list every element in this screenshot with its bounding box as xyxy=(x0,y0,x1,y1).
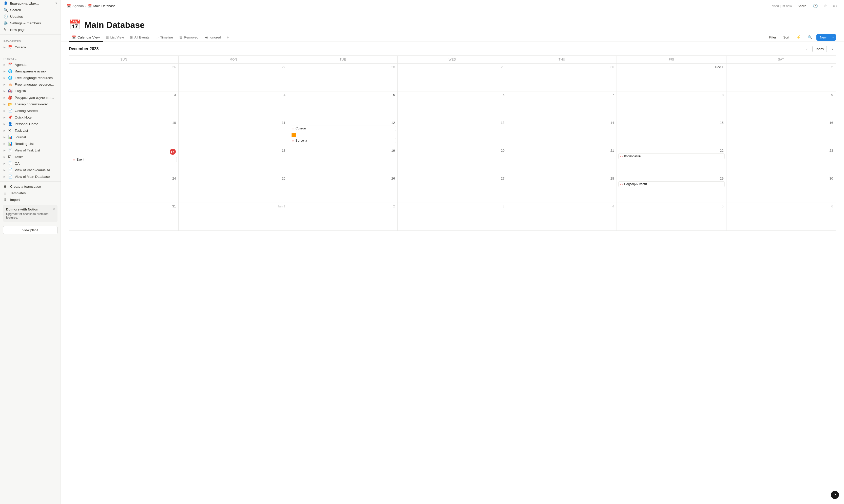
cal-cell-jan2[interactable]: 2 xyxy=(288,203,398,231)
cal-cell-dec30[interactable]: 30 xyxy=(726,175,836,203)
sidebar-item-view-task-list[interactable]: ▶ 📄 View of Task List xyxy=(0,147,60,154)
sidebar-search[interactable]: 🔍 Search xyxy=(0,6,60,13)
cal-cell-dec28[interactable]: 28 xyxy=(507,175,617,203)
cal-cell-dec22[interactable]: 22 ▭ Корпоратив xyxy=(617,147,726,175)
next-month-button[interactable]: › xyxy=(829,45,836,52)
chevron-icon: ▶ xyxy=(3,123,5,125)
cal-cell-dec19[interactable]: 19 xyxy=(288,147,398,175)
new-page-label: New page xyxy=(10,28,25,32)
new-button[interactable]: New ▾ xyxy=(816,34,836,41)
event-sozvon[interactable]: ▭ Созвон xyxy=(290,126,396,131)
sidebar-item-personal-home[interactable]: ▶ 👤 Personal Home xyxy=(0,121,60,127)
cal-cell-dec14[interactable]: 14 xyxy=(507,119,617,147)
tab-timeline[interactable]: ▭ Timeline xyxy=(152,33,176,42)
sidebar-item-free-lang2[interactable]: ▶ 🎂 Free language resource... xyxy=(0,81,60,88)
sidebar-item-agenda[interactable]: ▶ 📅 Agenda xyxy=(0,61,60,68)
cal-cell-dec1[interactable]: Dec 1 xyxy=(617,64,726,91)
cal-cell-dec15[interactable]: 15 xyxy=(617,119,726,147)
sidebar-item-getting-started[interactable]: ▶ 📄 Getting Started xyxy=(0,107,60,114)
cal-cell-dec23[interactable]: 23 xyxy=(726,147,836,175)
cal-cell-jan6[interactable]: 6 xyxy=(726,203,836,231)
event-vstrecha[interactable]: ▭ Встреча xyxy=(290,138,396,143)
sidebar-item-resursy[interactable]: ▶ 🎒 Ресурсы для изучения ... xyxy=(0,94,60,101)
sort-button[interactable]: Sort xyxy=(780,34,792,41)
cal-cell-dec21[interactable]: 21 xyxy=(507,147,617,175)
cal-cell-dec2[interactable]: 2 xyxy=(726,64,836,91)
cal-cell-dec12[interactable]: 12 ▭ Созвон 🟧 ▭ Встреча xyxy=(288,119,398,147)
sidebar-import[interactable]: ⬇ Import xyxy=(0,196,60,203)
cal-cell-dec26[interactable]: 26 xyxy=(288,175,398,203)
cal-cell-dec5[interactable]: 5 xyxy=(288,91,398,119)
today-button[interactable]: Today xyxy=(812,46,827,52)
help-button[interactable]: ? xyxy=(831,491,839,499)
cal-cell-nov27[interactable]: 27 xyxy=(179,64,288,91)
cal-cell-nov26[interactable]: 26 xyxy=(69,64,179,91)
cal-cell-dec16[interactable]: 16 xyxy=(726,119,836,147)
event-korporativ[interactable]: ▭ Корпоратив xyxy=(618,154,724,159)
cal-cell-dec29[interactable]: 29 ▭ Подводим итоги ... xyxy=(617,175,726,203)
prev-month-button[interactable]: ‹ xyxy=(803,45,810,52)
search-toolbar-button[interactable]: 🔍 xyxy=(805,34,815,41)
cal-cell-dec27[interactable]: 27 xyxy=(398,175,507,203)
automation-button[interactable]: ⚡ xyxy=(794,34,804,41)
sidebar-item-sozvon[interactable]: ▶ 📅 Созвон xyxy=(0,44,60,50)
event-podvodim[interactable]: ▭ Подводим итоги ... xyxy=(618,181,724,187)
cal-cell-dec4[interactable]: 4 xyxy=(179,91,288,119)
sidebar-item-journal[interactable]: ▶ 📊 Journal xyxy=(0,134,60,140)
sidebar-item-view-raspisanie[interactable]: ▶ 📄 View of Расписание за... xyxy=(0,167,60,173)
more-icon[interactable]: ••• xyxy=(831,3,838,9)
sidebar-item-free-lang[interactable]: ▶ 🌐 Free language resources xyxy=(0,74,60,81)
sidebar-item-english[interactable]: ▶ 🇬🇧 English xyxy=(0,88,60,94)
sidebar-new-page[interactable]: ✎ New page xyxy=(0,26,60,33)
sidebar-item-quick-note[interactable]: ▶ 📌 Quick Note xyxy=(0,114,60,121)
cal-cell-nov28[interactable]: 28 xyxy=(288,64,398,91)
event-event[interactable]: ▭ Event xyxy=(71,157,177,162)
breadcrumb-parent[interactable]: Agenda xyxy=(72,4,84,8)
cal-cell-dec11[interactable]: 11 xyxy=(179,119,288,147)
promote-close[interactable]: ✕ xyxy=(53,207,55,211)
new-button-arrow[interactable]: ▾ xyxy=(830,34,836,40)
cal-cell-jan1[interactable]: Jan 1 xyxy=(179,203,288,231)
cal-cell-dec17[interactable]: 17 ▭ Event xyxy=(69,147,179,175)
cal-cell-nov29[interactable]: 29 xyxy=(398,64,507,91)
add-view-button[interactable]: + xyxy=(224,34,231,41)
sidebar-item-task-list[interactable]: ▶ ✖ Task List xyxy=(0,127,60,134)
cal-cell-jan5[interactable]: 5 xyxy=(617,203,726,231)
history-icon[interactable]: 🕐 xyxy=(812,3,819,9)
tab-ignored[interactable]: ⏭ Ignored xyxy=(202,33,224,42)
sidebar-item-tasks[interactable]: ▶ ☑ Tasks xyxy=(0,154,60,160)
sidebar-item-reading-list[interactable]: ▶ 📊 Reading List xyxy=(0,140,60,147)
cal-cell-jan3[interactable]: 3 xyxy=(398,203,507,231)
cal-cell-dec20[interactable]: 20 xyxy=(398,147,507,175)
sidebar-item-treker[interactable]: ▶ 📂 Трекер прочитанного xyxy=(0,101,60,107)
sidebar-item-qa[interactable]: ▶ 📄 QA xyxy=(0,160,60,167)
sidebar-item-view-main-db[interactable]: ▶ 📄 View of Main Database xyxy=(0,173,60,180)
cal-cell-dec25[interactable]: 25 xyxy=(179,175,288,203)
view-plans-button[interactable]: View plans xyxy=(3,226,57,234)
tab-all-events[interactable]: ⊞ All Events xyxy=(127,33,152,42)
sidebar-templates[interactable]: ⊞ Templates xyxy=(0,190,60,196)
cal-cell-dec31[interactable]: 31 xyxy=(69,203,179,231)
sidebar-updates[interactable]: 🕐 Updates xyxy=(0,13,60,20)
cal-cell-dec3[interactable]: 3 xyxy=(69,91,179,119)
tab-removed[interactable]: 🗑 Removed xyxy=(176,33,202,42)
sidebar-create-teamspace[interactable]: ⊕ Create a teamspace xyxy=(0,183,60,190)
tab-calendar[interactable]: 📅 Calendar View xyxy=(69,33,103,42)
cal-cell-dec7[interactable]: 7 xyxy=(507,91,617,119)
tab-list[interactable]: ☰ List View xyxy=(103,33,127,42)
share-button[interactable]: Share xyxy=(795,3,808,9)
sidebar-item-inostr[interactable]: ▶ 🌐 Иностранные языки xyxy=(0,68,60,74)
cal-cell-dec6[interactable]: 6 xyxy=(398,91,507,119)
user-menu[interactable]: 👤 Екатерина Шам... ▾ xyxy=(0,0,60,6)
cal-cell-dec9[interactable]: 9 xyxy=(726,91,836,119)
cal-cell-dec13[interactable]: 13 xyxy=(398,119,507,147)
sidebar-settings[interactable]: ⚙️ Settings & members xyxy=(0,20,60,26)
cal-cell-dec18[interactable]: 18 xyxy=(179,147,288,175)
cal-cell-nov30[interactable]: 30 xyxy=(507,64,617,91)
cal-cell-dec8[interactable]: 8 xyxy=(617,91,726,119)
cal-cell-dec24[interactable]: 24 xyxy=(69,175,179,203)
cal-cell-dec10[interactable]: 10 xyxy=(69,119,179,147)
filter-button[interactable]: Filter xyxy=(766,34,779,41)
cal-cell-jan4[interactable]: 4 xyxy=(507,203,617,231)
star-icon[interactable]: ☆ xyxy=(823,3,828,9)
